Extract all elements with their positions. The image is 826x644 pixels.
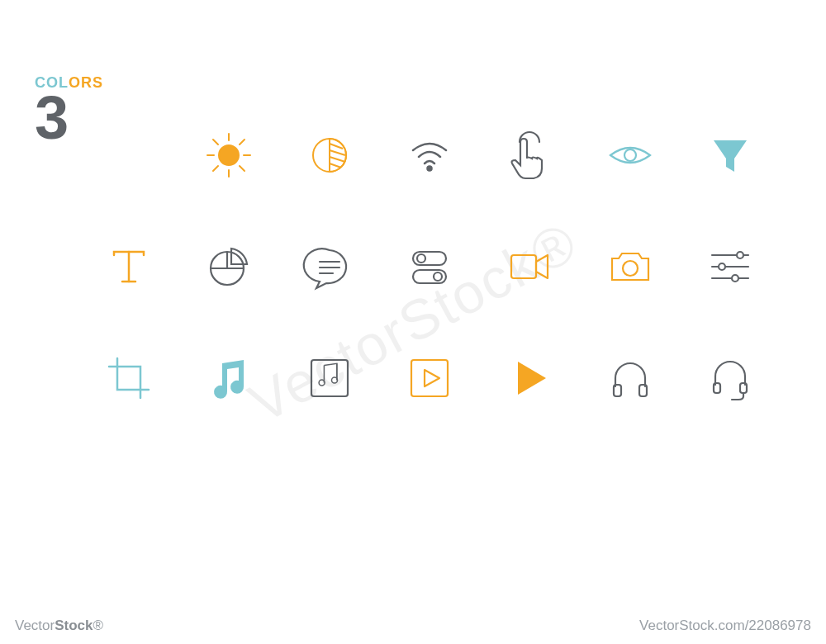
text-type-icon xyxy=(100,238,158,296)
chat-message-icon xyxy=(301,238,358,296)
svg-line-8 xyxy=(213,166,218,171)
touch-tap-icon xyxy=(501,126,558,184)
toggles-icon xyxy=(401,238,458,296)
brand-stock: Stock xyxy=(55,618,93,633)
headphones-icon xyxy=(601,349,659,407)
svg-line-14 xyxy=(330,163,341,168)
music-album-icon xyxy=(301,349,358,407)
svg-line-6 xyxy=(240,166,244,171)
svg-point-28 xyxy=(434,272,442,281)
svg-line-12 xyxy=(330,150,345,155)
eye-icon xyxy=(601,126,659,184)
svg-point-30 xyxy=(623,261,638,276)
pie-chart-icon xyxy=(200,238,258,296)
svg-point-34 xyxy=(719,263,725,270)
wifi-icon xyxy=(401,126,458,184)
contrast-half-icon xyxy=(301,126,358,184)
svg-point-32 xyxy=(737,252,743,258)
svg-rect-42 xyxy=(411,360,448,396)
brand-vector: Vector xyxy=(15,618,55,633)
image-id: VectorStock.com/22086978 xyxy=(639,618,811,634)
brand-suffix: ® xyxy=(93,618,104,633)
sliders-settings-icon xyxy=(701,238,759,296)
svg-point-36 xyxy=(732,275,738,282)
funnel-filter-icon xyxy=(701,126,759,184)
svg-rect-45 xyxy=(714,383,720,393)
play-box-icon xyxy=(401,349,458,407)
icon-grid xyxy=(78,99,781,433)
svg-line-7 xyxy=(240,140,244,144)
svg-line-13 xyxy=(330,157,345,162)
headset-mic-icon xyxy=(701,349,759,407)
crop-icon xyxy=(100,349,158,407)
svg-line-5 xyxy=(213,140,218,144)
svg-rect-46 xyxy=(740,383,747,393)
svg-point-16 xyxy=(624,149,636,161)
colors-label-2: ORS xyxy=(69,74,103,91)
svg-point-0 xyxy=(219,145,239,165)
music-note-icon xyxy=(200,349,258,407)
footer: VectorStock® VectorStock.com/22086978 xyxy=(0,618,826,634)
video-camera-icon xyxy=(501,238,558,296)
svg-line-11 xyxy=(330,144,343,149)
svg-point-26 xyxy=(417,254,425,263)
svg-rect-29 xyxy=(511,255,536,278)
brand-label: VectorStock® xyxy=(15,618,103,634)
svg-rect-37 xyxy=(311,360,348,396)
play-triangle-icon xyxy=(501,349,558,407)
brightness-sun-icon xyxy=(200,126,258,184)
svg-point-15 xyxy=(427,166,431,170)
photo-camera-icon xyxy=(601,238,659,296)
